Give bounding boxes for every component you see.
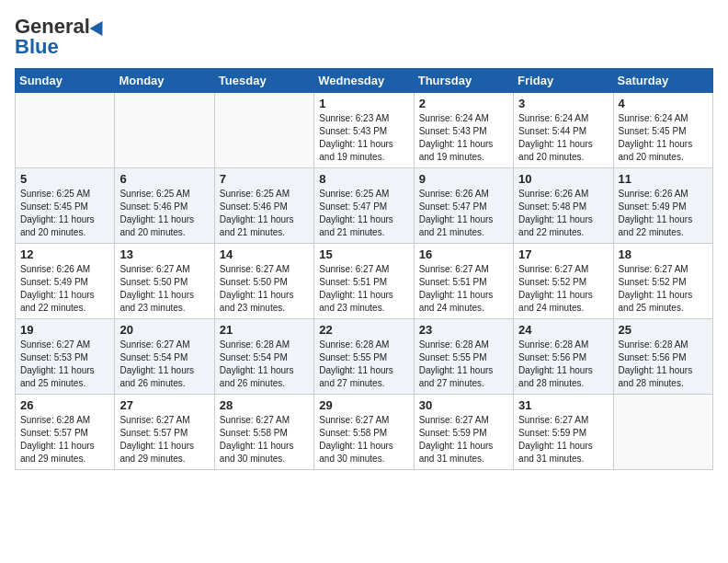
day-cell-29: 29Sunrise: 6:27 AM Sunset: 5:58 PM Dayli…: [314, 395, 414, 470]
day-info: Sunrise: 6:28 AM Sunset: 5:56 PM Dayligh…: [518, 339, 608, 390]
day-cell-7: 7Sunrise: 6:25 AM Sunset: 5:46 PM Daylig…: [214, 168, 313, 244]
day-number: 6: [119, 172, 209, 186]
day-number: 5: [20, 172, 109, 186]
day-info: Sunrise: 6:27 AM Sunset: 5:50 PM Dayligh…: [220, 263, 309, 315]
day-cell-28: 28Sunrise: 6:27 AM Sunset: 5:58 PM Dayli…: [214, 395, 313, 470]
day-info: Sunrise: 6:28 AM Sunset: 5:55 PM Dayligh…: [319, 339, 408, 390]
day-info: Sunrise: 6:23 AM Sunset: 5:43 PM Dayligh…: [319, 112, 408, 164]
day-info: Sunrise: 6:26 AM Sunset: 5:48 PM Dayligh…: [518, 188, 608, 239]
day-info: Sunrise: 6:27 AM Sunset: 5:50 PM Dayligh…: [119, 263, 209, 315]
day-cell-8: 8Sunrise: 6:25 AM Sunset: 5:47 PM Daylig…: [314, 168, 414, 244]
day-info: Sunrise: 6:25 AM Sunset: 5:46 PM Dayligh…: [220, 188, 309, 239]
day-number: 16: [419, 247, 508, 261]
empty-cell: [16, 93, 115, 168]
day-info: Sunrise: 6:27 AM Sunset: 5:59 PM Dayligh…: [518, 414, 608, 465]
day-number: 22: [319, 323, 408, 337]
logo-blue: Blue: [15, 35, 59, 59]
day-cell-11: 11Sunrise: 6:26 AM Sunset: 5:49 PM Dayli…: [613, 168, 712, 244]
day-cell-6: 6Sunrise: 6:25 AM Sunset: 5:46 PM Daylig…: [115, 168, 214, 244]
day-info: Sunrise: 6:27 AM Sunset: 5:54 PM Dayligh…: [119, 339, 209, 390]
day-number: 30: [419, 398, 508, 412]
day-info: Sunrise: 6:28 AM Sunset: 5:57 PM Dayligh…: [20, 414, 109, 465]
day-info: Sunrise: 6:27 AM Sunset: 5:52 PM Dayligh…: [518, 263, 608, 315]
day-number: 24: [518, 323, 608, 337]
day-cell-13: 13Sunrise: 6:27 AM Sunset: 5:50 PM Dayli…: [115, 244, 214, 319]
day-number: 14: [220, 247, 309, 261]
day-info: Sunrise: 6:25 AM Sunset: 5:45 PM Dayligh…: [20, 188, 109, 239]
day-info: Sunrise: 6:26 AM Sunset: 5:47 PM Dayligh…: [419, 188, 508, 239]
day-cell-20: 20Sunrise: 6:27 AM Sunset: 5:54 PM Dayli…: [115, 319, 214, 395]
week-row-2: 5Sunrise: 6:25 AM Sunset: 5:45 PM Daylig…: [16, 168, 713, 244]
day-cell-26: 26Sunrise: 6:28 AM Sunset: 5:57 PM Dayli…: [16, 395, 115, 470]
empty-cell: [613, 395, 712, 470]
weekday-header-saturday: Saturday: [613, 69, 712, 93]
day-number: 28: [220, 398, 309, 412]
day-cell-10: 10Sunrise: 6:26 AM Sunset: 5:48 PM Dayli…: [514, 168, 613, 244]
day-number: 3: [518, 97, 608, 110]
day-info: Sunrise: 6:27 AM Sunset: 5:52 PM Dayligh…: [619, 263, 708, 315]
day-info: Sunrise: 6:27 AM Sunset: 5:53 PM Dayligh…: [20, 339, 109, 390]
day-cell-30: 30Sunrise: 6:27 AM Sunset: 5:59 PM Dayli…: [414, 395, 513, 470]
day-info: Sunrise: 6:24 AM Sunset: 5:43 PM Dayligh…: [419, 112, 508, 164]
weekday-header-wednesday: Wednesday: [314, 69, 414, 93]
day-number: 10: [518, 172, 608, 186]
day-info: Sunrise: 6:27 AM Sunset: 5:51 PM Dayligh…: [419, 263, 508, 315]
empty-cell: [214, 93, 313, 168]
day-info: Sunrise: 6:26 AM Sunset: 5:49 PM Dayligh…: [619, 188, 708, 239]
day-number: 25: [619, 323, 708, 337]
day-cell-2: 2Sunrise: 6:24 AM Sunset: 5:43 PM Daylig…: [414, 93, 513, 168]
day-number: 2: [419, 97, 508, 110]
day-cell-5: 5Sunrise: 6:25 AM Sunset: 5:45 PM Daylig…: [16, 168, 115, 244]
day-info: Sunrise: 6:28 AM Sunset: 5:56 PM Dayligh…: [619, 339, 708, 390]
week-row-1: 1Sunrise: 6:23 AM Sunset: 5:43 PM Daylig…: [16, 93, 713, 168]
day-number: 23: [419, 323, 508, 337]
day-info: Sunrise: 6:27 AM Sunset: 5:58 PM Dayligh…: [319, 414, 408, 465]
weekday-header-row: SundayMondayTuesdayWednesdayThursdayFrid…: [16, 69, 713, 93]
day-info: Sunrise: 6:24 AM Sunset: 5:45 PM Dayligh…: [619, 112, 708, 164]
day-number: 21: [220, 323, 309, 337]
day-cell-18: 18Sunrise: 6:27 AM Sunset: 5:52 PM Dayli…: [613, 244, 712, 319]
day-cell-21: 21Sunrise: 6:28 AM Sunset: 5:54 PM Dayli…: [214, 319, 313, 395]
day-info: Sunrise: 6:24 AM Sunset: 5:44 PM Dayligh…: [518, 112, 608, 164]
day-number: 15: [319, 247, 408, 261]
day-number: 12: [20, 247, 109, 261]
day-number: 31: [518, 398, 608, 412]
day-number: 29: [319, 398, 408, 412]
day-cell-14: 14Sunrise: 6:27 AM Sunset: 5:50 PM Dayli…: [214, 244, 313, 319]
day-info: Sunrise: 6:28 AM Sunset: 5:54 PM Dayligh…: [220, 339, 309, 390]
day-cell-16: 16Sunrise: 6:27 AM Sunset: 5:51 PM Dayli…: [414, 244, 513, 319]
day-cell-19: 19Sunrise: 6:27 AM Sunset: 5:53 PM Dayli…: [16, 319, 115, 395]
weekday-header-monday: Monday: [115, 69, 214, 93]
day-info: Sunrise: 6:27 AM Sunset: 5:59 PM Dayligh…: [419, 414, 508, 465]
day-number: 18: [619, 247, 708, 261]
day-cell-3: 3Sunrise: 6:24 AM Sunset: 5:44 PM Daylig…: [514, 93, 613, 168]
day-number: 19: [20, 323, 109, 337]
logo-icon: [90, 17, 109, 36]
week-row-4: 19Sunrise: 6:27 AM Sunset: 5:53 PM Dayli…: [16, 319, 713, 395]
day-number: 11: [619, 172, 708, 186]
day-info: Sunrise: 6:27 AM Sunset: 5:57 PM Dayligh…: [119, 414, 209, 465]
weekday-header-thursday: Thursday: [414, 69, 513, 93]
logo: General Blue: [15, 15, 107, 59]
day-number: 13: [119, 247, 209, 261]
day-number: 8: [319, 172, 408, 186]
day-number: 1: [319, 97, 408, 110]
day-info: Sunrise: 6:27 AM Sunset: 5:51 PM Dayligh…: [319, 263, 408, 315]
day-number: 7: [220, 172, 309, 186]
day-number: 9: [419, 172, 508, 186]
day-number: 20: [119, 323, 209, 337]
calendar: SundayMondayTuesdayWednesdayThursdayFrid…: [15, 68, 713, 470]
weekday-header-tuesday: Tuesday: [214, 69, 313, 93]
day-number: 26: [20, 398, 109, 412]
day-number: 27: [119, 398, 209, 412]
weekday-header-friday: Friday: [514, 69, 613, 93]
day-cell-27: 27Sunrise: 6:27 AM Sunset: 5:57 PM Dayli…: [115, 395, 214, 470]
weekday-header-sunday: Sunday: [16, 69, 115, 93]
empty-cell: [115, 93, 214, 168]
day-cell-15: 15Sunrise: 6:27 AM Sunset: 5:51 PM Dayli…: [314, 244, 414, 319]
day-cell-23: 23Sunrise: 6:28 AM Sunset: 5:55 PM Dayli…: [414, 319, 513, 395]
day-cell-9: 9Sunrise: 6:26 AM Sunset: 5:47 PM Daylig…: [414, 168, 513, 244]
day-info: Sunrise: 6:27 AM Sunset: 5:58 PM Dayligh…: [220, 414, 309, 465]
day-cell-31: 31Sunrise: 6:27 AM Sunset: 5:59 PM Dayli…: [514, 395, 613, 470]
day-cell-4: 4Sunrise: 6:24 AM Sunset: 5:45 PM Daylig…: [613, 93, 712, 168]
